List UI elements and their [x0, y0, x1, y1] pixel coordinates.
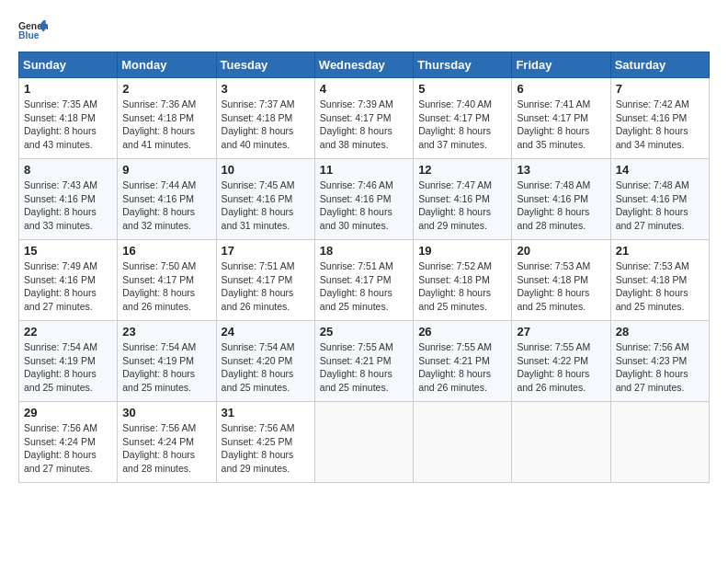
- day-number: 11: [320, 163, 408, 177]
- day-info: Sunrise: 7:41 AMSunset: 4:17 PMDaylight:…: [517, 98, 605, 152]
- day-number: 5: [418, 82, 506, 96]
- calendar-table: SundayMondayTuesdayWednesdayThursdayFrid…: [18, 52, 710, 483]
- calendar-cell: 1Sunrise: 7:35 AMSunset: 4:18 PMDaylight…: [19, 78, 118, 159]
- day-number: 15: [24, 244, 112, 258]
- day-info: Sunrise: 7:56 AMSunset: 4:24 PMDaylight:…: [122, 421, 210, 476]
- day-info: Sunrise: 7:55 AMSunset: 4:22 PMDaylight:…: [517, 340, 605, 395]
- weekday-header-saturday: Saturday: [610, 52, 709, 78]
- day-info: Sunrise: 7:49 AMSunset: 4:16 PMDaylight:…: [24, 259, 112, 314]
- calendar-cell: 29Sunrise: 7:56 AMSunset: 4:24 PMDayligh…: [19, 402, 118, 483]
- day-info: Sunrise: 7:35 AMSunset: 4:18 PMDaylight:…: [24, 98, 112, 152]
- header: General Blue: [18, 18, 710, 44]
- day-info: Sunrise: 7:56 AMSunset: 4:25 PMDaylight:…: [222, 421, 310, 476]
- day-number: 26: [418, 325, 506, 339]
- calendar-cell: 31Sunrise: 7:56 AMSunset: 4:25 PMDayligh…: [216, 402, 314, 483]
- weekday-header-sunday: Sunday: [19, 52, 118, 78]
- svg-text:Blue: Blue: [18, 30, 40, 40]
- calendar-cell: 28Sunrise: 7:56 AMSunset: 4:23 PMDayligh…: [610, 321, 709, 402]
- week-row-2: 8Sunrise: 7:43 AMSunset: 4:16 PMDaylight…: [19, 159, 710, 240]
- day-info: Sunrise: 7:43 AMSunset: 4:16 PMDaylight:…: [24, 178, 112, 233]
- day-number: 13: [517, 163, 605, 177]
- day-info: Sunrise: 7:55 AMSunset: 4:21 PMDaylight:…: [320, 340, 408, 395]
- day-info: Sunrise: 7:37 AMSunset: 4:18 PMDaylight:…: [222, 98, 310, 152]
- calendar-cell: 27Sunrise: 7:55 AMSunset: 4:22 PMDayligh…: [512, 321, 610, 402]
- day-info: Sunrise: 7:54 AMSunset: 4:19 PMDaylight:…: [122, 340, 210, 395]
- day-number: 17: [222, 244, 310, 258]
- day-number: 18: [320, 244, 408, 258]
- calendar-cell: 11Sunrise: 7:46 AMSunset: 4:16 PMDayligh…: [314, 159, 413, 240]
- day-number: 20: [517, 244, 605, 258]
- day-info: Sunrise: 7:44 AMSunset: 4:16 PMDaylight:…: [122, 178, 210, 233]
- calendar-cell: 14Sunrise: 7:48 AMSunset: 4:16 PMDayligh…: [610, 159, 709, 240]
- day-number: 14: [616, 163, 704, 177]
- calendar-cell: 15Sunrise: 7:49 AMSunset: 4:16 PMDayligh…: [19, 240, 118, 321]
- calendar-cell: [610, 402, 709, 483]
- day-info: Sunrise: 7:45 AMSunset: 4:16 PMDaylight:…: [222, 178, 310, 233]
- day-info: Sunrise: 7:48 AMSunset: 4:16 PMDaylight:…: [616, 178, 704, 233]
- day-number: 19: [418, 244, 506, 258]
- week-row-4: 22Sunrise: 7:54 AMSunset: 4:19 PMDayligh…: [19, 321, 710, 402]
- calendar-cell: 30Sunrise: 7:56 AMSunset: 4:24 PMDayligh…: [118, 402, 216, 483]
- calendar-cell: 4Sunrise: 7:39 AMSunset: 4:17 PMDaylight…: [314, 78, 413, 159]
- day-number: 2: [122, 82, 210, 96]
- weekday-header-thursday: Thursday: [414, 52, 512, 78]
- day-info: Sunrise: 7:42 AMSunset: 4:16 PMDaylight:…: [616, 98, 704, 152]
- week-row-5: 29Sunrise: 7:56 AMSunset: 4:24 PMDayligh…: [19, 402, 710, 483]
- calendar-cell: 22Sunrise: 7:54 AMSunset: 4:19 PMDayligh…: [19, 321, 118, 402]
- day-info: Sunrise: 7:55 AMSunset: 4:21 PMDaylight:…: [418, 340, 506, 395]
- day-number: 16: [122, 244, 210, 258]
- day-number: 29: [24, 406, 112, 419]
- calendar-cell: 8Sunrise: 7:43 AMSunset: 4:16 PMDaylight…: [19, 159, 118, 240]
- day-number: 23: [122, 325, 210, 339]
- day-info: Sunrise: 7:36 AMSunset: 4:18 PMDaylight:…: [122, 98, 210, 152]
- calendar-cell: 6Sunrise: 7:41 AMSunset: 4:17 PMDaylight…: [512, 78, 610, 159]
- day-number: 21: [616, 244, 704, 258]
- calendar-cell: 9Sunrise: 7:44 AMSunset: 4:16 PMDaylight…: [118, 159, 216, 240]
- calendar-cell: 26Sunrise: 7:55 AMSunset: 4:21 PMDayligh…: [414, 321, 512, 402]
- calendar-cell: [414, 402, 512, 483]
- day-number: 22: [24, 325, 112, 339]
- day-number: 10: [222, 163, 310, 177]
- day-info: Sunrise: 7:56 AMSunset: 4:23 PMDaylight:…: [616, 340, 704, 395]
- calendar-cell: 24Sunrise: 7:54 AMSunset: 4:20 PMDayligh…: [216, 321, 314, 402]
- day-number: 8: [24, 163, 112, 177]
- calendar-cell: 12Sunrise: 7:47 AMSunset: 4:16 PMDayligh…: [414, 159, 512, 240]
- weekday-header-friday: Friday: [512, 52, 610, 78]
- calendar-cell: 3Sunrise: 7:37 AMSunset: 4:18 PMDaylight…: [216, 78, 314, 159]
- day-number: 9: [122, 163, 210, 177]
- day-info: Sunrise: 7:39 AMSunset: 4:17 PMDaylight:…: [320, 98, 408, 152]
- calendar-cell: 13Sunrise: 7:48 AMSunset: 4:16 PMDayligh…: [512, 159, 610, 240]
- day-info: Sunrise: 7:47 AMSunset: 4:16 PMDaylight:…: [418, 178, 506, 233]
- day-info: Sunrise: 7:56 AMSunset: 4:24 PMDaylight:…: [24, 421, 112, 476]
- day-number: 6: [517, 82, 605, 96]
- weekday-header-monday: Monday: [118, 52, 216, 78]
- day-number: 4: [320, 82, 408, 96]
- calendar-cell: 17Sunrise: 7:51 AMSunset: 4:17 PMDayligh…: [216, 240, 314, 321]
- calendar-cell: 10Sunrise: 7:45 AMSunset: 4:16 PMDayligh…: [216, 159, 314, 240]
- calendar-cell: 7Sunrise: 7:42 AMSunset: 4:16 PMDaylight…: [610, 78, 709, 159]
- day-number: 30: [122, 406, 210, 419]
- day-info: Sunrise: 7:51 AMSunset: 4:17 PMDaylight:…: [320, 259, 408, 314]
- day-number: 27: [517, 325, 605, 339]
- day-number: 24: [222, 325, 310, 339]
- calendar-cell: 5Sunrise: 7:40 AMSunset: 4:17 PMDaylight…: [414, 78, 512, 159]
- calendar-cell: 18Sunrise: 7:51 AMSunset: 4:17 PMDayligh…: [314, 240, 413, 321]
- calendar-cell: 20Sunrise: 7:53 AMSunset: 4:18 PMDayligh…: [512, 240, 610, 321]
- calendar-cell: 16Sunrise: 7:50 AMSunset: 4:17 PMDayligh…: [118, 240, 216, 321]
- day-number: 3: [222, 82, 310, 96]
- weekday-header-wednesday: Wednesday: [314, 52, 413, 78]
- day-info: Sunrise: 7:54 AMSunset: 4:20 PMDaylight:…: [222, 340, 310, 395]
- day-number: 7: [616, 82, 704, 96]
- calendar-cell: 21Sunrise: 7:53 AMSunset: 4:18 PMDayligh…: [610, 240, 709, 321]
- day-number: 1: [24, 82, 112, 96]
- page-container: General Blue SundayMondayTuesdayWednesda…: [18, 18, 710, 483]
- day-info: Sunrise: 7:40 AMSunset: 4:17 PMDaylight:…: [418, 98, 506, 152]
- day-number: 31: [222, 406, 310, 419]
- calendar-cell: [314, 402, 413, 483]
- day-info: Sunrise: 7:48 AMSunset: 4:16 PMDaylight:…: [517, 178, 605, 233]
- calendar-cell: 2Sunrise: 7:36 AMSunset: 4:18 PMDaylight…: [118, 78, 216, 159]
- logo: General Blue: [18, 18, 51, 44]
- calendar-cell: 23Sunrise: 7:54 AMSunset: 4:19 PMDayligh…: [118, 321, 216, 402]
- calendar-cell: 19Sunrise: 7:52 AMSunset: 4:18 PMDayligh…: [414, 240, 512, 321]
- day-info: Sunrise: 7:53 AMSunset: 4:18 PMDaylight:…: [616, 259, 704, 314]
